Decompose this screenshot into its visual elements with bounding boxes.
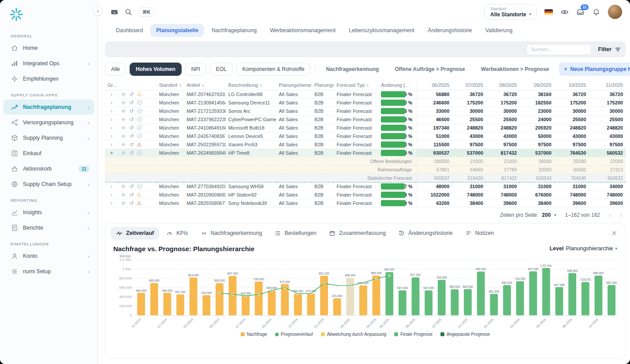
panel-tab-zusammenfassung[interactable]: Zusammenfassung xyxy=(324,227,391,240)
column-header-änderung[interactable]: Änderung [... xyxy=(378,80,417,90)
table-row[interactable]: ›↺MünchenMAT-213084145648Samsung Device1… xyxy=(105,98,626,107)
history-icon[interactable]: ↺ xyxy=(129,192,134,197)
month-value-cell[interactable]: 197340 xyxy=(417,123,452,132)
sidebar-item-einkauf[interactable]: Einkauf xyxy=(4,146,94,161)
gear-icon[interactable] xyxy=(121,150,126,156)
sidebar-item-integrated-ops[interactable]: Integrated Ops› xyxy=(4,56,94,71)
inbox-tray-icon[interactable]: 11 xyxy=(576,8,585,16)
month-value-cell[interactable]: 97500 xyxy=(452,140,486,149)
chip-werbeaktionen-prognose[interactable]: Werbeaktionen > Prognose xyxy=(475,63,555,76)
sidebar-item-berichte[interactable]: Berichte› xyxy=(4,220,94,235)
month-value-cell[interactable]: 97500 xyxy=(486,140,520,149)
month-value-cell[interactable]: 537000 xyxy=(519,149,554,157)
history-icon[interactable]: ↺ xyxy=(129,142,134,147)
column-header-06-2025[interactable]: 06/2025 xyxy=(417,80,452,90)
month-value-cell[interactable]: 25500 xyxy=(554,115,589,123)
month-value-cell[interactable]: 38400 xyxy=(519,199,554,207)
close-icon[interactable]: ✕ xyxy=(609,229,620,238)
month-value-cell[interactable]: 50000 xyxy=(519,132,554,140)
sidebar-item-versorgungsplanung[interactable]: Versorgungsplanung› xyxy=(4,115,94,130)
month-value-cell[interactable]: 175200 xyxy=(554,98,589,107)
table-row[interactable]: ›↺MünchenMAT-241086491608Microsoft Bulb1… xyxy=(105,123,626,132)
search-input[interactable] xyxy=(526,44,592,55)
column-header-artikel[interactable]: Artikel⇅ xyxy=(184,80,226,90)
month-value-cell[interactable]: 764530 xyxy=(554,149,589,157)
month-value-cell[interactable]: 930537 xyxy=(417,149,452,157)
month-value-cell[interactable]: 36720 xyxy=(589,90,626,98)
gear-icon[interactable] xyxy=(121,117,126,122)
chip-hohes-volumen[interactable]: Hohes Volumen xyxy=(130,63,182,76)
level-select[interactable]: Level Planungshierarchie ▾ xyxy=(549,245,617,252)
month-value-cell[interactable]: 39600 xyxy=(486,199,520,207)
filter-button[interactable]: Filter xyxy=(598,46,621,53)
chevron-right-icon[interactable]: › xyxy=(111,125,112,131)
history-icon[interactable]: ↺ xyxy=(129,150,134,156)
error-icon[interactable]: ⚠ xyxy=(137,201,142,206)
tab-nachfrageplanung[interactable]: Nachfrageplanung xyxy=(206,24,262,37)
table-row[interactable]: ›↺⚠MünchenMAT-250229597325Xiaomi Pro53Al… xyxy=(105,140,626,149)
month-value-cell[interactable]: 43000 xyxy=(486,132,520,140)
sidebar-item-insights[interactable]: Insights› xyxy=(4,205,94,220)
month-value-cell[interactable]: 31000 xyxy=(452,182,486,190)
month-value-cell[interactable]: 30000 xyxy=(554,107,589,115)
month-value-cell[interactable]: 23000 xyxy=(519,107,554,115)
chip-npi[interactable]: NPI xyxy=(185,63,206,76)
warning-icon[interactable]: ⚠ xyxy=(137,192,142,197)
month-value-cell[interactable]: 30000 xyxy=(589,107,626,115)
chip-offene-aufträge-prognose[interactable]: Offene Aufträge > Prognose xyxy=(388,63,471,76)
chip-eol[interactable]: EOL xyxy=(210,63,233,76)
month-value-cell[interactable]: 248820 xyxy=(486,123,520,132)
month-value-cell[interactable]: 38400 xyxy=(452,199,486,207)
keyboard-icon[interactable] xyxy=(110,8,119,16)
month-value-cell[interactable]: 25500 xyxy=(452,115,486,123)
sidebar-item-supply-planning[interactable]: Supply Planning› xyxy=(4,130,94,145)
month-value-cell[interactable]: 43000 xyxy=(589,132,626,140)
column-header-standort[interactable]: Standort⇅ xyxy=(157,80,184,90)
check-circle-icon[interactable] xyxy=(137,133,142,139)
sidebar-item-konto[interactable]: Konto› xyxy=(4,249,94,264)
check-circle-icon[interactable] xyxy=(137,108,142,114)
sidebar-item-numi-setup[interactable]: numi Setup› xyxy=(4,264,94,279)
history-icon[interactable]: ↺ xyxy=(129,125,134,130)
month-value-cell[interactable]: 97500 xyxy=(519,140,554,149)
month-value-cell[interactable]: 246600 xyxy=(417,98,452,107)
column-header-07-2025[interactable]: 07/2025 xyxy=(452,80,486,90)
month-value-cell[interactable]: 31000 xyxy=(554,182,589,190)
sidebar-item-aktionskorb[interactable]: Aktionskorb11 xyxy=(4,161,94,176)
month-value-cell[interactable]: 248820 xyxy=(589,123,626,132)
column-header-forecast-typ[interactable]: Forecast Typ⇅ xyxy=(334,80,378,90)
column-header-icons[interactable] xyxy=(118,80,157,90)
tab-dashboard[interactable]: Dashboard xyxy=(110,24,149,37)
panel-tab-zeitverlauf[interactable]: Zeitverlauf xyxy=(111,227,159,240)
check-circle-icon[interactable] xyxy=(137,183,142,189)
table-row[interactable]: ›↺MünchenMAT-233796222353CyberPowerPC Ga… xyxy=(105,115,626,123)
history-icon[interactable]: ↺ xyxy=(129,100,134,105)
gear-icon[interactable] xyxy=(121,201,126,206)
error-icon[interactable]: ⚠ xyxy=(137,142,142,147)
month-value-cell[interactable]: 175200 xyxy=(452,98,486,107)
month-value-cell[interactable]: 248820 xyxy=(452,123,486,132)
month-value-cell[interactable]: 676000 xyxy=(519,190,554,199)
table-row[interactable]: ›↺MünchenMAT-277036492039Samsung WH58All… xyxy=(105,182,626,190)
chip-nachfrageerkennung[interactable]: Nachfrageerkennung xyxy=(320,63,385,76)
search-icon[interactable] xyxy=(124,8,133,16)
month-value-cell[interactable]: 43000 xyxy=(554,132,589,140)
month-value-cell[interactable]: 25500 xyxy=(486,115,520,123)
check-circle-icon[interactable] xyxy=(137,125,142,130)
table-row[interactable]: ›↺⚠MünchenMAT-282555806714Sony Notebook3… xyxy=(105,199,626,207)
month-value-cell[interactable]: 30000 xyxy=(452,107,486,115)
month-value-cell[interactable]: 175200 xyxy=(589,98,626,107)
sidebar-item-nachfrageplanung[interactable]: Nachfrageplanung› xyxy=(4,100,94,115)
tab-validierung[interactable]: Validierung xyxy=(480,24,518,37)
chip-komponenten-rohstoffe[interactable]: Komponenten & Rohstoffe xyxy=(236,63,311,76)
month-value-cell[interactable]: 43000 xyxy=(452,132,486,140)
month-value-cell[interactable]: 97500 xyxy=(554,140,589,149)
month-value-cell[interactable]: 34000 xyxy=(589,182,626,190)
tab-lebenszyklusmanagement[interactable]: Lebenszyklusmanagement xyxy=(343,24,420,37)
history-icon[interactable]: ↺ xyxy=(129,201,134,206)
tab-planungstabelle[interactable]: Planungstabelle xyxy=(150,24,204,37)
gear-icon[interactable] xyxy=(121,108,126,114)
month-value-cell[interactable]: 537000 xyxy=(452,149,486,157)
month-value-cell[interactable]: 560532 xyxy=(589,149,626,157)
column-header-planungs[interactable]: Planungs...⇅ xyxy=(312,80,334,90)
